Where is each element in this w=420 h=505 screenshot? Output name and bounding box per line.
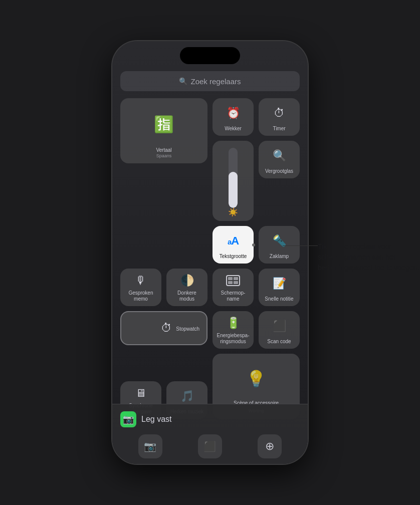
vertaal-icon-area: 🈯: [123, 103, 204, 145]
zaklamp-label: Zaklamp: [270, 254, 289, 260]
vergrootglas-label: Vergrootglas: [265, 168, 293, 174]
timer-label: Timer: [273, 126, 285, 132]
search-icon: 🔍: [179, 77, 187, 85]
vertaal-sublabel: Spaans: [156, 153, 172, 158]
schermopname-button[interactable]: Schermop-name: [213, 269, 254, 306]
stopwatch-icon: ⏱: [161, 322, 172, 335]
dynamic-island: [180, 47, 240, 64]
vertaal-label: Vertaal: [156, 147, 171, 153]
energiebesparing-label: Energiebespa-ringsmodus: [217, 333, 249, 345]
tekstgrootte-label: Tekstgrootte: [220, 254, 247, 260]
vertaal-button[interactable]: 🈯 Vertaal Spaans: [120, 98, 207, 163]
zaklamp-icon: 🔦: [262, 230, 297, 251]
brightness-track: [229, 148, 238, 208]
bottom-bar: 📷 Leg vast 📷 ⬛ ⊕: [112, 404, 308, 464]
search-bar[interactable]: 🔍 Zoek regelaars: [120, 71, 300, 91]
brightness-slider[interactable]: ☀️: [213, 141, 254, 221]
controls-grid: 🈯 Vertaal Spaans ⏰ Wekker: [120, 98, 300, 419]
bottom-camera-icon[interactable]: 📷: [138, 434, 162, 458]
phone-screen: 🔍 Zoek regelaars 🈯 Vertaal Spaans: [112, 41, 308, 464]
search-placeholder: Zoek regelaars: [190, 77, 241, 86]
synchrone-weergave-icon: 🖥: [123, 385, 158, 401]
snelle-notitie-label: Snelle notitie: [265, 296, 293, 302]
connector-dot: [252, 243, 255, 246]
woning-icon: 💡: [217, 359, 296, 398]
donkere-modus-label: Donkere modus: [169, 290, 204, 302]
tekstgrootte-icon: aA: [216, 230, 251, 251]
zaklamp-button[interactable]: 🔦 Zaklamp: [259, 226, 300, 264]
snelle-notitie-button[interactable]: 📝 Snelle notitie: [259, 269, 300, 306]
donkere-modus-icon: 🌓: [169, 273, 204, 288]
stopwatch-button[interactable]: ⏱ Stopwatch: [120, 311, 207, 345]
annotation-text: Tik om de regelaar voor schermopnamen aa…: [318, 241, 420, 273]
wekker-icon: ⏰: [216, 102, 251, 124]
vergrootglas-button[interactable]: 🔍 Vergrootglas: [259, 141, 300, 178]
scan-code-label: Scan code: [267, 339, 291, 345]
leg-vast-text: Leg vast: [141, 415, 171, 424]
brightness-fill: [229, 172, 238, 208]
donkere-modus-button[interactable]: 🌓 Donkere modus: [166, 269, 207, 306]
energiebesparing-button[interactable]: 🔋 Energiebespa-ringsmodus: [213, 311, 254, 349]
timer-button[interactable]: ⏱ Timer: [259, 98, 300, 136]
bottom-qr-icon[interactable]: ⬛: [198, 434, 222, 458]
bottom-icons-row: 📷 ⬛ ⊕: [120, 432, 300, 458]
gesproken-memo-button[interactable]: 🎙 Gesproken memo: [120, 269, 161, 306]
gesproken-memo-icon: 🎙: [123, 273, 158, 288]
bottom-add-icon[interactable]: ⊕: [258, 434, 282, 458]
scan-code-icon: ⬛: [262, 315, 297, 337]
annotation-line: [283, 245, 318, 246]
vergrootglas-icon: 🔍: [262, 145, 297, 166]
stopwatch-label: Stopwatch: [176, 326, 199, 332]
annotation-container: Tik om de regelaar voor schermopnamen aa…: [318, 241, 420, 273]
gesproken-memo-label: Gesproken memo: [123, 290, 158, 302]
leg-vast-icon: 📷: [120, 411, 136, 427]
brightness-icon: ☀️: [228, 207, 238, 217]
phone-frame: 🔍 Zoek regelaars 🈯 Vertaal Spaans: [112, 41, 308, 464]
tekstgrootte-button[interactable]: aA Tekstgrootte: [213, 226, 254, 264]
schermopname-icon: [216, 273, 251, 288]
energiebesparing-icon: 🔋: [216, 315, 251, 331]
scan-code-button[interactable]: ⬛ Scan code: [259, 311, 300, 349]
wekker-button[interactable]: ⏰ Wekker: [213, 98, 254, 136]
snelle-notitie-icon: 📝: [262, 273, 297, 294]
schermopname-label: Schermop-name: [221, 290, 246, 302]
wekker-label: Wekker: [225, 126, 242, 132]
timer-icon: ⏱: [262, 102, 297, 124]
leg-vast-row[interactable]: 📷 Leg vast: [120, 404, 300, 432]
